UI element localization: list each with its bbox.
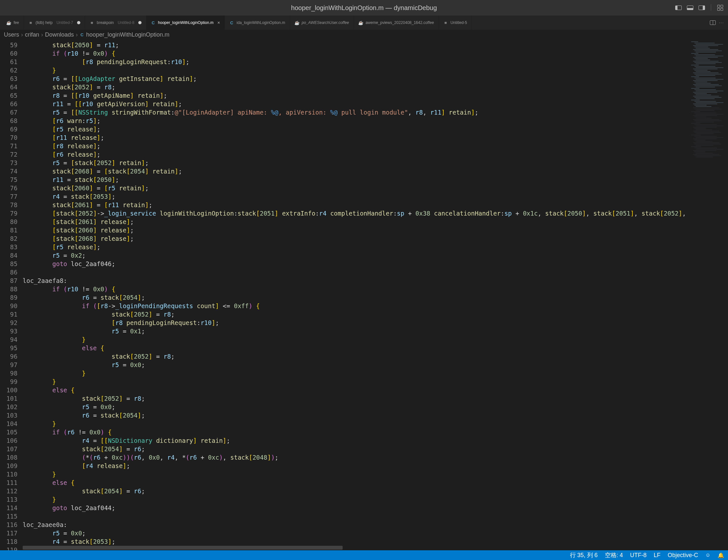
dirty-indicator-icon xyxy=(138,21,142,24)
tab-label: hooper_loginWithLoginOption.m xyxy=(158,20,213,25)
tab-label: po_AWESearchUser.coffee xyxy=(302,20,349,25)
status-line-col[interactable]: 行 35, 列 6 xyxy=(570,551,598,559)
customize-layout-button[interactable] xyxy=(716,4,725,11)
status-bar: 行 35, 列 6 空格: 4 UTF-8 LF Objective-C ☺ 🔔 xyxy=(0,550,728,560)
tab-partial-left[interactable]: ☕fee xyxy=(2,16,24,30)
notifications-icon[interactable]: 🔔 xyxy=(718,552,724,558)
coffee-file-icon: ☕ xyxy=(6,20,11,25)
chevron-right-icon: › xyxy=(21,31,23,38)
breadcrumb-file[interactable]: hooper_loginWithLoginOption.m xyxy=(86,31,169,38)
coffee-file-icon: ☕ xyxy=(295,20,299,25)
status-encoding[interactable]: UTF-8 xyxy=(630,552,647,559)
coffee-file-icon: ☕ xyxy=(358,20,363,25)
tab-breakpoin[interactable]: ≡breakpoinUntitled-8 xyxy=(85,16,146,30)
status-eol[interactable]: LF xyxy=(654,552,661,559)
tab-aweme[interactable]: ☕aweme_pviews_20220408_1642.coffee xyxy=(354,16,439,30)
editor[interactable]: 59 60 61 62 63 64 65 66 67 68 69 70 71 7… xyxy=(0,40,728,550)
status-language[interactable]: Objective-C xyxy=(668,552,698,559)
feedback-icon[interactable]: ☺ xyxy=(705,552,711,558)
status-spaces[interactable]: 空格: 4 xyxy=(605,551,623,559)
chevron-right-icon: › xyxy=(76,31,78,38)
tab-hooper[interactable]: Chooper_loginWithLoginOption.m× xyxy=(146,16,225,30)
tab-ida[interactable]: Cida_loginWithLoginOption.m xyxy=(225,16,290,30)
tab-label: Untitled-5 xyxy=(450,20,467,25)
split-editor-button[interactable] xyxy=(710,20,716,25)
toggle-right-panel-button[interactable] xyxy=(697,4,706,11)
tab-bar: ☕fee≡(lldb) helpUntitled-7≡breakpoinUnti… xyxy=(0,16,728,30)
tab-label: (lldb) help xyxy=(36,20,53,25)
close-tab-button[interactable]: × xyxy=(216,20,220,25)
dirty-indicator-icon xyxy=(77,21,80,24)
tab-label: ida_loginWithLoginOption.m xyxy=(236,20,285,25)
tab-sublabel: Untitled-7 xyxy=(55,20,73,25)
c-file-icon: C xyxy=(80,32,84,37)
minimap[interactable] xyxy=(689,40,728,550)
scrollbar-thumb[interactable] xyxy=(23,546,343,550)
code-content[interactable]: stack[2050] = r11; if (r10 != 0x0) { [r8… xyxy=(23,40,689,550)
text-file-icon: ≡ xyxy=(90,20,94,25)
toggle-bottom-panel-button[interactable] xyxy=(686,4,695,11)
tab-lldb-help[interactable]: ≡(lldb) helpUntitled-7 xyxy=(24,16,85,30)
breadcrumb-segment[interactable]: Downloads xyxy=(45,31,74,38)
line-number-gutter: 59 60 61 62 63 64 65 66 67 68 69 70 71 7… xyxy=(0,40,23,550)
tab-sublabel: Untitled-8 xyxy=(116,20,134,25)
toggle-left-panel-button[interactable] xyxy=(674,4,683,11)
c-file-icon: C xyxy=(151,20,155,25)
breadcrumb-segment[interactable]: Users xyxy=(4,31,19,38)
text-file-icon: ≡ xyxy=(443,20,448,25)
title-bar: hooper_loginWithLoginOption.m — dynamicD… xyxy=(0,0,728,16)
c-file-icon: C xyxy=(229,20,234,25)
text-file-icon: ≡ xyxy=(28,20,33,25)
tab-po-awe[interactable]: ☕po_AWESearchUser.coffee xyxy=(290,16,354,30)
horizontal-scrollbar[interactable] xyxy=(23,545,689,550)
tab-label: breakpoin xyxy=(97,20,114,25)
breadcrumb-segment[interactable]: crifan xyxy=(25,31,39,38)
breadcrumb[interactable]: Users › crifan › Downloads › C hooper_lo… xyxy=(0,30,728,40)
window-title: hooper_loginWithLoginOption.m — dynamicD… xyxy=(0,4,728,12)
tab-label: aweme_pviews_20220408_1642.coffee xyxy=(366,20,434,25)
tab-u5[interactable]: ≡Untitled-5 xyxy=(439,16,472,30)
more-actions-button[interactable]: ··· xyxy=(719,20,724,25)
tab-label: fee xyxy=(14,20,19,25)
chevron-right-icon: › xyxy=(41,31,43,38)
